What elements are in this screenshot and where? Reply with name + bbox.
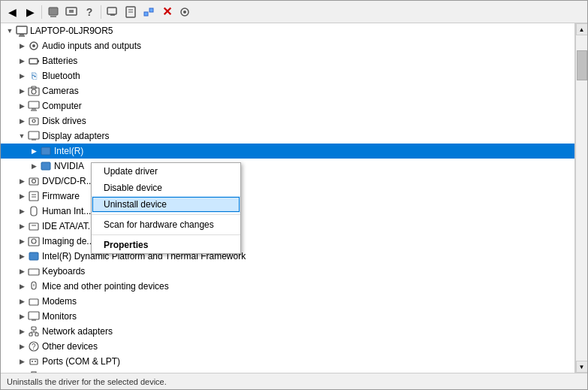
ide-icon (28, 220, 40, 232)
device-button[interactable] (122, 4, 139, 20)
svg-rect-55 (29, 333, 32, 336)
monitor-icon (28, 310, 40, 322)
tree-item-hid[interactable]: ▶ Human Int... (1, 204, 574, 219)
tree-item-computer[interactable]: ▶ Computer (1, 98, 574, 113)
ctx-uninstall-device[interactable]: Uninstall device (92, 196, 240, 213)
network-icon (28, 325, 40, 337)
uninstall-button[interactable]: ✕ (158, 4, 175, 20)
tree-item-dvd[interactable]: ▶ DVD/CD-R... (1, 174, 574, 189)
root-expand[interactable]: ▼ (4, 25, 16, 37)
tree-item-bluetooth[interactable]: ▶ ⎘ Bluetooth (1, 68, 574, 83)
dvd-expand[interactable]: ▶ (16, 175, 28, 187)
imaging-expand[interactable]: ▶ (16, 235, 28, 247)
nvidia-label: NVIDIA (54, 161, 84, 171)
tree-item-network[interactable]: ▶ Network adapters (1, 324, 574, 339)
tree-item-other[interactable]: ▶ ? Other devices (1, 339, 574, 354)
help-button[interactable]: ? (81, 4, 98, 20)
tree-item-batteries[interactable]: ▶ Batteries (1, 53, 574, 68)
svg-point-22 (32, 89, 36, 94)
other-icon: ? (28, 340, 40, 352)
tree-item-monitors[interactable]: ▶ Monitors (1, 309, 574, 324)
ctx-update-driver[interactable]: Update driver (92, 163, 240, 180)
monitors-expand[interactable]: ▶ (16, 310, 28, 322)
network-expand[interactable]: ▶ (16, 325, 28, 337)
ctx-disable-device[interactable]: Disable device (92, 180, 240, 196)
tree-item-display[interactable]: ▼ Display adapters (1, 128, 574, 144)
imaging-icon (28, 235, 40, 247)
tree-item-nvidia[interactable]: ▶ NVIDIA (1, 159, 574, 174)
disk-label: Disk drives (42, 116, 86, 126)
firmware-expand[interactable]: ▶ (16, 190, 28, 202)
display-label: Display adapters (42, 131, 109, 141)
tree-item-intel-thermal[interactable]: ▶ Intel(R) Dynamic Platform and Thermal … (1, 249, 574, 264)
nvidia-expand[interactable]: ▶ (28, 160, 40, 172)
bluetooth-expand[interactable]: ▶ (16, 70, 28, 82)
computer-item-icon (28, 100, 40, 112)
display-expand[interactable]: ▼ (16, 130, 28, 142)
tree-item-print[interactable]: ▶ Print queues (1, 369, 574, 373)
svg-rect-27 (29, 118, 38, 125)
scroll-down-arrow[interactable]: ▼ (576, 361, 588, 373)
tree-item-ide[interactable]: ▶ IDE ATA/AT... (1, 219, 574, 234)
ide-expand[interactable]: ▶ (16, 220, 28, 232)
tree-item-firmware[interactable]: ▶ Firmware (1, 189, 574, 204)
print-expand[interactable]: ▶ (16, 370, 28, 373)
batteries-expand[interactable]: ▶ (16, 55, 28, 67)
vertical-scrollbar[interactable]: ▲ ▼ (575, 23, 587, 373)
device-manager-window: ◀ ▶ ? ✕ ▼ (0, 0, 588, 390)
svg-rect-29 (29, 132, 39, 139)
other-label: Other devices (42, 341, 98, 352)
intel-icon (40, 145, 52, 157)
ctx-properties[interactable]: Properties (92, 237, 240, 253)
intel-thermal-icon (28, 250, 40, 262)
battery-icon (28, 55, 40, 67)
tree-item-ports[interactable]: ▶ Ports (COM & LPT) (1, 354, 574, 369)
tree-item-keyboards[interactable]: ▶ Keyboards (1, 264, 574, 279)
computer-expand[interactable]: ▶ (16, 100, 28, 112)
scroll-track[interactable] (576, 35, 588, 361)
disk-expand[interactable]: ▶ (16, 115, 28, 127)
intel-expand[interactable]: ▶ (28, 145, 40, 157)
mice-expand[interactable]: ▶ (16, 280, 28, 292)
ctx-scan-hardware[interactable]: Scan for hardware changes (92, 216, 240, 233)
computer-label: Computer (42, 101, 82, 111)
add-remove-button[interactable] (140, 4, 157, 20)
action-settings-button[interactable] (176, 4, 193, 20)
svg-point-34 (32, 180, 36, 183)
svg-rect-14 (17, 26, 27, 34)
keyboards-expand[interactable]: ▶ (16, 265, 28, 277)
forward-button[interactable]: ▶ (22, 4, 38, 20)
tree-item-imaging[interactable]: ▶ Imaging de... (1, 234, 574, 249)
scroll-thumb[interactable] (577, 50, 587, 80)
tree-panel[interactable]: ▼ LAPTOP-0LJR9OR5 ▶ Audio inputs and out… (1, 23, 575, 373)
svg-rect-52 (29, 312, 39, 319)
tree-item-modems[interactable]: ▶ Modems (1, 294, 574, 309)
tree-item-cameras[interactable]: ▶ Cameras (1, 83, 574, 98)
tree-item-intel[interactable]: ▶ Intel(R) (1, 144, 574, 159)
status-bar: Uninstalls the driver for the selected d… (1, 373, 587, 389)
svg-rect-38 (31, 207, 37, 216)
tree-item-audio[interactable]: ▶ Audio inputs and outputs (1, 38, 574, 53)
intel-thermal-expand[interactable]: ▶ (16, 250, 28, 262)
tree-item-disk[interactable]: ▶ Disk drives (1, 113, 574, 128)
modems-label: Modems (42, 296, 77, 307)
other-expand[interactable]: ▶ (16, 340, 28, 352)
disk-icon (28, 115, 40, 127)
svg-rect-2 (66, 8, 77, 15)
scroll-up-arrow[interactable]: ▲ (576, 23, 588, 35)
back-button[interactable]: ◀ (4, 4, 20, 20)
modems-expand[interactable]: ▶ (16, 295, 28, 307)
svg-rect-10 (144, 12, 148, 16)
print-label: Print queues (42, 371, 92, 373)
ports-expand[interactable]: ▶ (16, 355, 28, 367)
cameras-label: Cameras (42, 86, 79, 96)
update-driver-button[interactable] (63, 4, 80, 20)
properties-button[interactable] (45, 4, 62, 20)
hid-expand[interactable]: ▶ (16, 205, 28, 217)
scan-monitor-button[interactable] (104, 4, 121, 20)
cameras-expand[interactable]: ▶ (16, 85, 28, 97)
tree-root[interactable]: ▼ LAPTOP-0LJR9OR5 (1, 23, 574, 38)
bluetooth-icon: ⎘ (28, 70, 40, 82)
tree-item-mice[interactable]: ▶ Mice and other pointing devices (1, 279, 574, 294)
audio-expand[interactable]: ▶ (16, 40, 28, 52)
